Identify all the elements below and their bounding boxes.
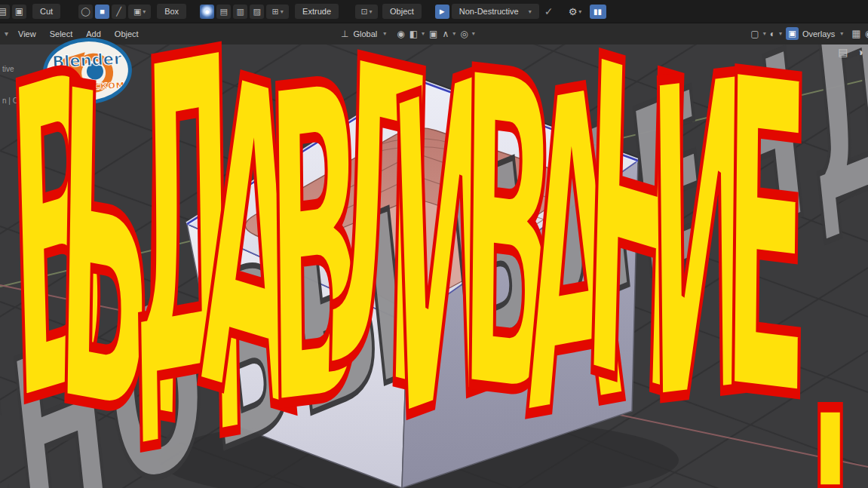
shading-partial-icon[interactable]: ◉: [865, 28, 868, 39]
title-letter: Е: [741, 238, 791, 244]
thumbnail-title: ВЫДАВЛИВАНИЕ. ВЫДАВЛИВАНИЕ.: [27, 27, 861, 457]
title-letter: И: [677, 241, 727, 247]
